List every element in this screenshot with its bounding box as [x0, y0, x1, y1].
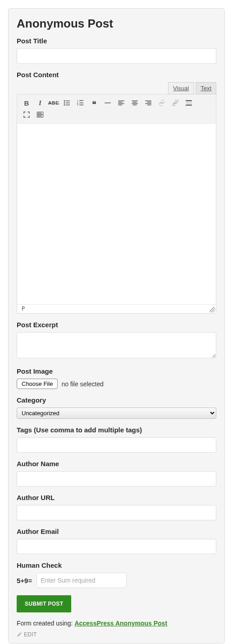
align-center-icon[interactable] [128, 97, 142, 109]
svg-rect-12 [105, 102, 111, 103]
tab-visual[interactable]: Visual [168, 82, 194, 94]
post-content-label: Post Content [17, 71, 216, 79]
svg-rect-17 [132, 101, 138, 102]
post-title-input[interactable] [17, 48, 216, 64]
editor-status-bar: P [17, 304, 216, 313]
horizontal-rule-icon[interactable] [101, 97, 114, 109]
post-excerpt-input[interactable] [17, 332, 216, 358]
bullet-list-icon[interactable] [60, 97, 74, 109]
link-icon[interactable] [155, 97, 169, 109]
tags-input[interactable] [17, 437, 216, 453]
editor-element-path[interactable]: P [22, 306, 25, 312]
svg-rect-15 [118, 103, 124, 104]
svg-rect-34 [38, 116, 39, 116]
svg-rect-35 [39, 116, 40, 116]
pencil-icon [17, 632, 22, 637]
svg-text:3: 3 [77, 103, 78, 106]
svg-rect-16 [118, 105, 122, 106]
align-left-icon[interactable] [114, 97, 128, 109]
unlink-icon[interactable] [169, 97, 182, 109]
svg-rect-28 [186, 105, 192, 106]
credit-line: Form created using: AccessPress Anonymou… [17, 620, 216, 627]
italic-icon[interactable]: I [33, 97, 47, 109]
svg-rect-1 [66, 101, 70, 102]
author-email-label: Author Email [17, 528, 216, 535]
svg-rect-18 [133, 102, 137, 103]
svg-rect-21 [145, 101, 151, 102]
svg-rect-30 [38, 113, 39, 114]
svg-rect-9 [79, 102, 83, 103]
svg-rect-19 [132, 103, 138, 104]
svg-rect-14 [118, 102, 122, 103]
author-name-label: Author Name [17, 460, 216, 468]
category-label: Category [17, 396, 216, 404]
captcha-input[interactable] [37, 573, 127, 588]
svg-rect-20 [133, 105, 137, 106]
svg-rect-26 [186, 100, 192, 101]
align-right-icon[interactable] [142, 97, 155, 109]
resize-handle-icon[interactable] [210, 307, 215, 312]
read-more-icon[interactable] [182, 97, 196, 109]
choose-file-button[interactable]: Choose File [17, 379, 58, 389]
editor-tabs: Visual Text [17, 82, 216, 94]
edit-label: EDIT [24, 631, 37, 638]
svg-rect-11 [79, 105, 83, 106]
captcha-question: 5+9= [17, 577, 32, 584]
human-check-label: Human Check [17, 561, 216, 569]
svg-rect-31 [39, 113, 40, 114]
svg-rect-27 [186, 102, 192, 103]
blockquote-icon[interactable]: ❝ [87, 97, 101, 109]
file-status-text: no file selected [61, 380, 103, 388]
anonymous-post-card: Anonymous Post Post Title Post Content V… [8, 8, 225, 644]
svg-rect-32 [41, 113, 41, 114]
svg-rect-23 [145, 103, 151, 104]
svg-rect-7 [79, 100, 83, 101]
svg-rect-24 [147, 105, 151, 106]
editor-content-area[interactable] [17, 124, 216, 304]
category-select[interactable]: Uncategorized [17, 408, 216, 419]
bold-icon[interactable]: B [20, 97, 33, 109]
post-image-label: Post Image [17, 367, 216, 375]
card-title: Anonymous Post [17, 17, 216, 31]
post-excerpt-label: Post Excerpt [17, 321, 216, 329]
credit-prefix: Form created using: [17, 620, 74, 627]
author-url-input[interactable] [17, 505, 216, 520]
svg-point-2 [64, 102, 65, 104]
toolbar-toggle-icon[interactable] [33, 109, 47, 120]
fullscreen-icon[interactable] [20, 109, 33, 120]
tags-label: Tags (Use comma to add multiple tags) [17, 426, 216, 434]
author-url-label: Author URL [17, 494, 216, 501]
credit-link[interactable]: AccessPress Anonymous Post [74, 620, 167, 627]
editor: B I ABE 123 ❝ [17, 94, 216, 314]
numbered-list-icon[interactable]: 123 [74, 97, 87, 109]
svg-point-0 [64, 100, 65, 102]
post-title-label: Post Title [17, 37, 216, 45]
svg-rect-5 [66, 105, 70, 106]
author-name-input[interactable] [17, 471, 216, 486]
svg-rect-3 [66, 102, 70, 103]
author-email-input[interactable] [17, 539, 216, 554]
tab-text[interactable]: Text [196, 82, 216, 94]
svg-rect-22 [147, 102, 151, 103]
strikethrough-icon[interactable]: ABE [47, 97, 60, 109]
editor-toolbar: B I ABE 123 ❝ [17, 94, 216, 124]
submit-post-button[interactable]: SUBMIT POST [17, 595, 71, 612]
svg-point-4 [64, 104, 65, 106]
edit-link[interactable]: EDIT [17, 631, 216, 638]
svg-rect-36 [41, 116, 41, 116]
svg-rect-13 [118, 101, 124, 102]
